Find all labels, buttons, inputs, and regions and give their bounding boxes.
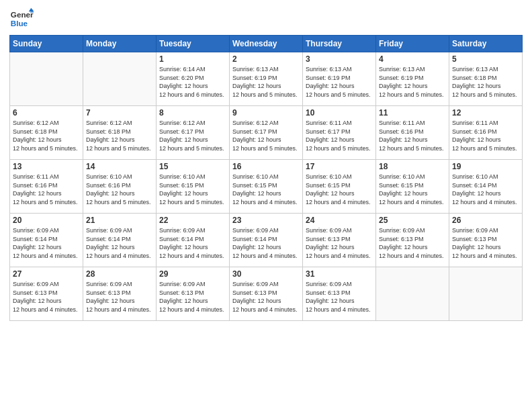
calendar-cell: 14Sunrise: 6:10 AMSunset: 6:16 PMDayligh…	[83, 160, 157, 214]
day-number: 24	[306, 216, 373, 225]
calendar-cell: 9Sunrise: 6:12 AMSunset: 6:17 PMDaylight…	[230, 106, 303, 160]
day-number: 2	[232, 54, 300, 64]
calendar-cell: 25Sunrise: 6:09 AMSunset: 6:13 PMDayligh…	[376, 214, 449, 267]
calendar-cell: 19Sunrise: 6:10 AMSunset: 6:14 PMDayligh…	[449, 160, 523, 214]
calendar-cell: 24Sunrise: 6:09 AMSunset: 6:13 PMDayligh…	[303, 214, 376, 267]
week-row-1: 1Sunrise: 6:14 AMSunset: 6:20 PMDaylight…	[10, 52, 523, 106]
calendar-cell: 8Sunrise: 6:12 AMSunset: 6:17 PMDaylight…	[157, 106, 230, 160]
weekday-wednesday: Wednesday	[230, 36, 303, 52]
day-number: 14	[86, 162, 153, 171]
calendar-cell: 20Sunrise: 6:09 AMSunset: 6:14 PMDayligh…	[10, 214, 83, 267]
day-info: Sunrise: 6:09 AMSunset: 6:13 PMDaylight:…	[232, 280, 300, 314]
day-info: Sunrise: 6:09 AMSunset: 6:13 PMDaylight:…	[379, 226, 446, 260]
day-info: Sunrise: 6:09 AMSunset: 6:14 PMDaylight:…	[86, 226, 153, 260]
day-number: 8	[159, 108, 226, 118]
logo-icon: General Blue	[9, 7, 34, 31]
day-info: Sunrise: 6:10 AMSunset: 6:15 PMDaylight:…	[232, 173, 300, 206]
day-number: 29	[159, 269, 226, 279]
calendar-cell: 13Sunrise: 6:11 AMSunset: 6:16 PMDayligh…	[10, 160, 83, 214]
day-number: 6	[13, 108, 80, 118]
header: General Blue	[9, 7, 523, 31]
calendar-cell: 29Sunrise: 6:09 AMSunset: 6:13 PMDayligh…	[157, 267, 230, 321]
calendar-cell	[449, 267, 523, 321]
day-info: Sunrise: 6:09 AMSunset: 6:14 PMDaylight:…	[13, 226, 80, 260]
day-info: Sunrise: 6:14 AMSunset: 6:20 PMDaylight:…	[159, 65, 226, 99]
day-number: 28	[86, 269, 153, 279]
day-number: 3	[306, 54, 373, 64]
calendar-cell: 28Sunrise: 6:09 AMSunset: 6:13 PMDayligh…	[83, 267, 157, 321]
weekday-thursday: Thursday	[303, 36, 376, 52]
day-info: Sunrise: 6:09 AMSunset: 6:13 PMDaylight:…	[452, 226, 519, 260]
day-info: Sunrise: 6:09 AMSunset: 6:13 PMDaylight:…	[306, 226, 373, 260]
day-number: 27	[13, 269, 80, 279]
day-info: Sunrise: 6:09 AMSunset: 6:13 PMDaylight:…	[86, 280, 153, 314]
calendar-cell: 2Sunrise: 6:13 AMSunset: 6:19 PMDaylight…	[230, 52, 303, 106]
calendar-cell: 6Sunrise: 6:12 AMSunset: 6:18 PMDaylight…	[10, 106, 83, 160]
calendar-cell: 22Sunrise: 6:09 AMSunset: 6:14 PMDayligh…	[157, 214, 230, 267]
weekday-header-row: SundayMondayTuesdayWednesdayThursdayFrid…	[10, 36, 523, 52]
day-number: 7	[86, 108, 153, 118]
day-info: Sunrise: 6:09 AMSunset: 6:13 PMDaylight:…	[159, 280, 226, 314]
day-info: Sunrise: 6:09 AMSunset: 6:14 PMDaylight:…	[232, 226, 300, 260]
calendar-cell: 4Sunrise: 6:13 AMSunset: 6:19 PMDaylight…	[376, 52, 449, 106]
calendar-cell: 17Sunrise: 6:10 AMSunset: 6:15 PMDayligh…	[303, 160, 376, 214]
calendar-cell: 15Sunrise: 6:10 AMSunset: 6:15 PMDayligh…	[157, 160, 230, 214]
day-number: 25	[379, 216, 446, 225]
day-number: 9	[232, 108, 300, 118]
day-number: 22	[159, 216, 226, 225]
calendar-cell	[376, 267, 449, 321]
calendar-cell: 7Sunrise: 6:12 AMSunset: 6:18 PMDaylight…	[83, 106, 157, 160]
day-number: 21	[86, 216, 153, 225]
day-number: 4	[379, 54, 446, 64]
day-info: Sunrise: 6:10 AMSunset: 6:15 PMDaylight:…	[306, 173, 373, 206]
day-info: Sunrise: 6:10 AMSunset: 6:15 PMDaylight:…	[379, 173, 446, 206]
day-info: Sunrise: 6:09 AMSunset: 6:14 PMDaylight:…	[159, 226, 226, 260]
calendar-table: SundayMondayTuesdayWednesdayThursdayFrid…	[9, 35, 523, 321]
day-number: 26	[452, 216, 519, 225]
week-row-2: 6Sunrise: 6:12 AMSunset: 6:18 PMDaylight…	[10, 106, 523, 160]
day-info: Sunrise: 6:09 AMSunset: 6:13 PMDaylight:…	[13, 280, 80, 314]
weekday-tuesday: Tuesday	[157, 36, 230, 52]
calendar-cell: 18Sunrise: 6:10 AMSunset: 6:15 PMDayligh…	[376, 160, 449, 214]
calendar-cell: 23Sunrise: 6:09 AMSunset: 6:14 PMDayligh…	[230, 214, 303, 267]
day-info: Sunrise: 6:09 AMSunset: 6:13 PMDaylight:…	[306, 280, 373, 314]
logo: General Blue	[9, 7, 34, 31]
calendar-cell	[10, 52, 83, 106]
day-number: 18	[379, 162, 446, 171]
day-number: 31	[306, 269, 373, 279]
day-number: 1	[159, 54, 226, 64]
day-info: Sunrise: 6:12 AMSunset: 6:18 PMDaylight:…	[13, 119, 80, 152]
day-number: 10	[306, 108, 373, 118]
day-number: 5	[452, 54, 519, 64]
calendar-cell: 5Sunrise: 6:13 AMSunset: 6:18 PMDaylight…	[449, 52, 523, 106]
day-info: Sunrise: 6:13 AMSunset: 6:19 PMDaylight:…	[232, 65, 300, 99]
day-number: 30	[232, 269, 300, 279]
day-info: Sunrise: 6:13 AMSunset: 6:19 PMDaylight:…	[379, 65, 446, 99]
calendar-cell: 1Sunrise: 6:14 AMSunset: 6:20 PMDaylight…	[157, 52, 230, 106]
day-number: 13	[13, 162, 80, 171]
calendar-cell: 27Sunrise: 6:09 AMSunset: 6:13 PMDayligh…	[10, 267, 83, 321]
calendar-cell: 31Sunrise: 6:09 AMSunset: 6:13 PMDayligh…	[303, 267, 376, 321]
calendar-cell: 3Sunrise: 6:13 AMSunset: 6:19 PMDaylight…	[303, 52, 376, 106]
day-info: Sunrise: 6:11 AMSunset: 6:16 PMDaylight:…	[13, 173, 80, 206]
weekday-friday: Friday	[376, 36, 449, 52]
week-row-4: 20Sunrise: 6:09 AMSunset: 6:14 PMDayligh…	[10, 214, 523, 267]
day-info: Sunrise: 6:10 AMSunset: 6:14 PMDaylight:…	[452, 173, 519, 206]
day-info: Sunrise: 6:10 AMSunset: 6:15 PMDaylight:…	[159, 173, 226, 206]
calendar-cell: 21Sunrise: 6:09 AMSunset: 6:14 PMDayligh…	[83, 214, 157, 267]
day-number: 20	[13, 216, 80, 225]
day-number: 16	[232, 162, 300, 171]
day-number: 23	[232, 216, 300, 225]
day-info: Sunrise: 6:12 AMSunset: 6:17 PMDaylight:…	[159, 119, 226, 152]
svg-text:Blue: Blue	[11, 19, 28, 28]
weekday-monday: Monday	[83, 36, 157, 52]
calendar-cell: 11Sunrise: 6:11 AMSunset: 6:16 PMDayligh…	[376, 106, 449, 160]
calendar-cell: 26Sunrise: 6:09 AMSunset: 6:13 PMDayligh…	[449, 214, 523, 267]
calendar-cell: 10Sunrise: 6:11 AMSunset: 6:17 PMDayligh…	[303, 106, 376, 160]
day-number: 12	[452, 108, 519, 118]
weekday-saturday: Saturday	[449, 36, 523, 52]
day-number: 15	[159, 162, 226, 171]
day-info: Sunrise: 6:10 AMSunset: 6:16 PMDaylight:…	[86, 173, 153, 206]
day-info: Sunrise: 6:13 AMSunset: 6:18 PMDaylight:…	[452, 65, 519, 99]
day-info: Sunrise: 6:11 AMSunset: 6:16 PMDaylight:…	[452, 119, 519, 152]
